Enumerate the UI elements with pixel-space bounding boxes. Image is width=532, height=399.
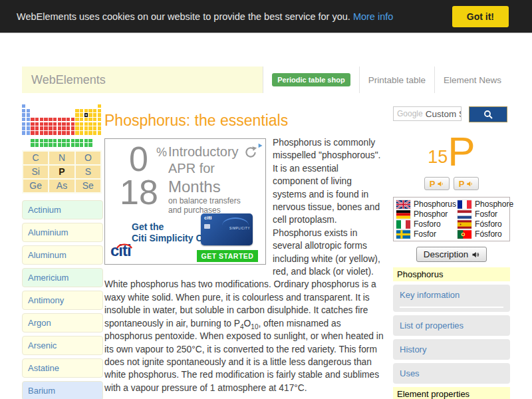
header-nav: Periodic table shop Printable table Elem…: [263, 66, 510, 93]
site-logo[interactable]: WebElements: [22, 73, 106, 87]
audio-button-2[interactable]: P: [454, 177, 479, 190]
mini-table-cell: [93, 109, 96, 112]
mini-table-cell: [98, 118, 101, 121]
neighbor-cell-s[interactable]: S: [75, 165, 101, 179]
mini-table-cell: [27, 143, 30, 146]
page-title: Phosphorus: the essentials: [104, 112, 384, 130]
get-started-button[interactable]: GET STARTED: [197, 250, 258, 262]
search-placeholder-text: Custom Se: [426, 109, 462, 119]
mini-table-cell: [40, 122, 43, 126]
element-link-actinium[interactable]: Actinium: [22, 200, 103, 219]
mini-table-cell: [84, 109, 88, 112]
mini-table-cell: [27, 122, 30, 126]
mini-table-cell: [98, 113, 101, 116]
mini-table-cell: [40, 118, 43, 121]
mini-table-cell: [58, 118, 61, 121]
periodic-table-shop-button[interactable]: Periodic table shop: [263, 66, 358, 93]
mini-table-cell: [31, 118, 34, 121]
element-link-aluminum[interactable]: Aluminum: [22, 245, 103, 265]
credit-card-image: citi SIMPLICITY: [201, 213, 253, 245]
neighbor-cell-si[interactable]: Si: [23, 165, 49, 179]
neighbor-cell-p[interactable]: P: [49, 165, 74, 179]
mini-table-cell: [53, 122, 57, 126]
search-button[interactable]: [469, 106, 507, 122]
description-part-2: , often misnamed as phosphorus pentoxide…: [104, 319, 384, 393]
element-link-barium[interactable]: Barium: [22, 381, 103, 399]
description-audio-button[interactable]: Description: [416, 247, 487, 262]
mini-table-cell: [22, 109, 25, 112]
mini-table-cell: [71, 131, 74, 134]
mini-table-cell: [93, 113, 96, 116]
neighbor-cell-as[interactable]: As: [49, 179, 74, 193]
mini-table-cell: [62, 139, 65, 142]
element-news-link[interactable]: Element News: [434, 66, 510, 93]
mini-table-cell: [49, 118, 52, 121]
mini-table-cell: [31, 104, 34, 108]
sidebar-nav-history[interactable]: History: [393, 339, 510, 360]
translation-nl[interactable]: Fosfor: [458, 209, 513, 219]
mini-table-cell: [93, 143, 96, 146]
translation-se[interactable]: Fosfor: [396, 229, 456, 239]
element-link-argon[interactable]: Argon: [22, 313, 103, 332]
neighbor-elements-grid: CNOSiPSGeAsSe: [22, 150, 102, 194]
sidebar-nav-sections: PhosphorusKey informationList of propert…: [393, 267, 510, 399]
audio-button-1[interactable]: P: [424, 177, 450, 190]
mini-table-cell: [75, 143, 78, 146]
mini-table-cell: [80, 143, 83, 146]
mini-table-cell: [22, 118, 25, 121]
mini-table-cell: [98, 126, 101, 130]
mini-table-cell: [27, 118, 30, 121]
neighbor-cell-c[interactable]: C: [23, 151, 49, 165]
neighbor-cell-n[interactable]: N: [49, 151, 74, 165]
printable-table-link[interactable]: Printable table: [359, 66, 434, 93]
mini-table-cell: [80, 109, 83, 112]
mini-table-cell: [88, 122, 92, 126]
neighbor-cell-o[interactable]: O: [75, 151, 101, 165]
mini-periodic-table[interactable]: [22, 104, 103, 147]
mini-table-cell: [22, 126, 25, 130]
element-link-antimony[interactable]: Antimony: [22, 291, 103, 310]
more-info-link[interactable]: More info: [353, 11, 393, 22]
flag-se-icon: [396, 230, 410, 239]
description-button-row: Description: [393, 247, 510, 262]
ad-refresh-icon[interactable]: [244, 146, 257, 159]
search-icon: [483, 109, 493, 120]
sidebar-nav-uses[interactable]: Uses: [393, 363, 510, 384]
mini-table-cell: [62, 109, 65, 112]
translation-pt[interactable]: Fósforo: [458, 229, 513, 239]
translation-label: Phosphorus: [414, 200, 456, 209]
translation-fr[interactable]: Phosphore: [458, 200, 513, 209]
adchoices-icon[interactable]: [257, 140, 264, 146]
card-brand-text: citi: [204, 215, 212, 221]
mini-table-cell: [35, 126, 39, 130]
mini-table-cell: [93, 122, 96, 126]
element-link-arsenic[interactable]: Arsenic: [22, 336, 103, 355]
mini-table-cell: [58, 139, 61, 142]
element-link-aluminium[interactable]: Aluminium: [22, 223, 103, 242]
neighbor-cell-se[interactable]: Se: [75, 179, 101, 193]
translation-de[interactable]: Phosphor: [396, 209, 456, 219]
mini-table-cell: [88, 118, 92, 121]
sidebar-nav-list-of-properties[interactable]: List of properties: [393, 315, 510, 336]
mini-table-cell: [31, 139, 34, 142]
neighbor-cell-ge[interactable]: Ge: [23, 179, 49, 193]
sidebar-nav-key-information[interactable]: Key information: [393, 285, 510, 312]
shop-badge: Periodic table shop: [272, 73, 350, 86]
mini-table-cell: [98, 109, 101, 112]
mini-table-cell: [88, 139, 92, 142]
got-it-button[interactable]: Got it!: [452, 6, 509, 27]
mini-table-cell: [22, 122, 25, 126]
translation-it[interactable]: Fosforo: [396, 219, 456, 229]
mini-table-cell: [27, 113, 30, 116]
advertisement[interactable]: 0 % Introductory APR for 18 Months on ba…: [104, 138, 266, 265]
element-link-americium[interactable]: Americium: [22, 268, 103, 287]
translation-label: Fósforo: [475, 229, 502, 239]
search-input[interactable]: Google Custom Se: [393, 106, 462, 121]
flag-es-icon: [458, 220, 471, 229]
element-link-astatine[interactable]: Astatine: [22, 358, 103, 378]
mini-table-cell: [66, 113, 70, 116]
translation-es[interactable]: Fósforo: [458, 219, 513, 229]
translation-uk[interactable]: Phosphorus: [396, 200, 456, 209]
mini-table-cell: [62, 104, 65, 108]
site-header: WebElements Periodic table shop Printabl…: [22, 66, 510, 93]
